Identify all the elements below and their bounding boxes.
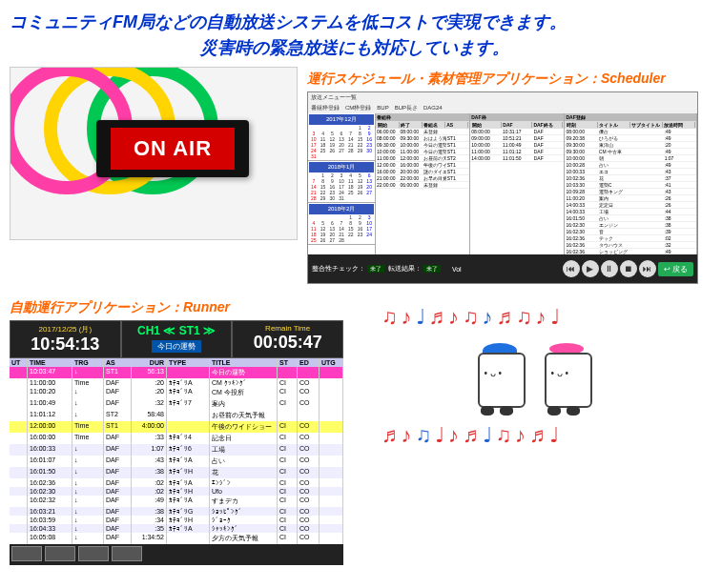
skip-forward-button[interactable]: ⏭ bbox=[639, 260, 656, 277]
scheduler-menubar[interactable]: 放送メニュー一覧 bbox=[308, 92, 697, 103]
headline-line1: コミュニティFM局などの自動放送システムを低コストで実現できます。 bbox=[10, 10, 712, 35]
runner-footer bbox=[10, 544, 343, 565]
table-row[interactable]: 10:00:28占い:49 bbox=[565, 162, 696, 169]
table-row[interactable]: 16:01:50占い:38 bbox=[565, 215, 696, 222]
mascot-illustration: ♫♪♩♬♪♫♪♬♫♪♩ • ᴗ • • ᴗ • ♬♪♫♩♪♬♩♫♪♬♩ bbox=[353, 299, 712, 565]
daf-frame-table[interactable]: DAF枠開始DAFDAF終る08:00:0010:31:17DAF09:00:0… bbox=[470, 113, 565, 254]
menu-item[interactable]: DAG24 bbox=[423, 105, 443, 111]
table-row[interactable]: 11:00:00TimeDAF:20ｶﾃｺﾞﾘACM ｸｯｷﾝｸﾞCICO bbox=[10, 378, 343, 387]
table-row[interactable]: 16:02:36テック:02 bbox=[565, 235, 696, 242]
table-row[interactable]: 06:00:0008:00:00未登録 bbox=[376, 129, 469, 135]
table-row[interactable]: 16:01:07↓DAF:43ｶﾃｺﾞﾘA占いCICO bbox=[10, 456, 343, 467]
runner-remain-cell: Remain Time 00:05:47 bbox=[232, 320, 343, 358]
table-row[interactable]: 10:00:0011:00:00今日の運勢ST1 bbox=[376, 149, 469, 155]
table-row[interactable]: 11:00:20案内:26 bbox=[565, 195, 696, 202]
table-row[interactable]: 11:01:12↓ST258:48お昼前の天気予報 bbox=[10, 410, 343, 421]
table-row[interactable]: 16:04:33↓DAF:35ｶﾃｺﾞﾘAｼｬｯｷﾝｸﾞCICO bbox=[10, 524, 343, 533]
scheduler-footer: 整合性チェック： 未了 転送結果： 未了 Vol ⏮ ▶ ⏸ ⏹ ⏭ ↩ 戻る bbox=[308, 254, 697, 283]
back-icon: ↩ bbox=[664, 265, 672, 274]
table-row[interactable]: 11:00:0012:00:00お昼前の天気予報ST2 bbox=[376, 155, 469, 162]
onair-sign: ON AIR bbox=[96, 120, 249, 177]
runner-clock: 10:54:13 bbox=[16, 335, 114, 355]
table-row[interactable]: 09:30:00東洋山:20 bbox=[565, 142, 696, 149]
program-frame-table[interactable]: 番組枠開始終了番組名AS06:00:0008:00:00未登録08:00:000… bbox=[376, 113, 470, 254]
onair-panel: ON AIR bbox=[111, 128, 235, 170]
runner-section-label: 自動運行アプリケーション：Runner bbox=[10, 299, 343, 316]
table-row[interactable]: 08:00:0010:31:17DAF bbox=[470, 129, 564, 135]
scheduler-section-label: 運行スケジュール・素材管理アプリケーション：Scheduler bbox=[307, 71, 698, 88]
calendar[interactable]: 2018年1月123456789101112131415161718192021… bbox=[308, 161, 375, 203]
play-button[interactable]: ▶ bbox=[582, 260, 599, 277]
stop-button[interactable]: ⏹ bbox=[620, 260, 637, 277]
table-row[interactable]: 14:00:0011:01:50DAF bbox=[470, 155, 564, 162]
pause-button[interactable]: ⏸ bbox=[601, 260, 618, 277]
table-row[interactable]: 09:30:0010:00:00今日の運勢ST1 bbox=[376, 142, 469, 149]
skip-back-button[interactable]: ⏮ bbox=[563, 260, 580, 277]
headline: コミュニティFM局などの自動放送システムを低コストで実現できます。 災害時の緊急… bbox=[10, 10, 712, 61]
consistency-check: 整合性チェック： 未了 bbox=[312, 264, 384, 274]
table-row[interactable]: 10:09:28運勢キング:43 bbox=[565, 189, 696, 195]
table-row[interactable]: 10:00:33エコ:43 bbox=[565, 169, 696, 175]
table-row[interactable]: 14:00:33定定日:26 bbox=[565, 202, 696, 209]
table-row[interactable]: 16:02:30エンジン:38 bbox=[565, 222, 696, 229]
calendar[interactable]: 2018年2月123456789101112131415161718192021… bbox=[308, 203, 375, 245]
transfer-result: 転送結果： 未了 bbox=[388, 264, 441, 274]
calendar-column: 2017年12月12345678910111213141516171819202… bbox=[308, 113, 376, 254]
table-row[interactable]: 21:00:0022:00:00お早め目覚ST1 bbox=[376, 175, 469, 182]
table-row[interactable]: 16:02:32↓DAF:49ｶﾃｺﾞﾘAすまデカCICO bbox=[10, 496, 343, 507]
table-row[interactable]: 10:03:30運勢C:41 bbox=[565, 182, 696, 189]
table-row[interactable]: 16:00:00TimeDAF:33ｶﾃｺﾞﾘ4記念日CICO bbox=[10, 433, 343, 444]
table-row[interactable]: 16:02:30↓DAF:02ｶﾃｺﾞﾘHUfoCICO bbox=[10, 487, 343, 496]
mascot-girl: • ᴗ • bbox=[538, 339, 595, 416]
runner-schedule-table[interactable]: UTTIMETRGASDURTYPETITLESTEDUTG 10:03:47↓… bbox=[10, 358, 343, 544]
remain-time: 00:05:47 bbox=[238, 333, 337, 353]
calendar[interactable]: 2017年12月12345678910111213141516171819202… bbox=[308, 113, 375, 161]
table-row[interactable]: 10:02:36花:37 bbox=[565, 175, 696, 182]
table-row[interactable]: 10:00:0011:00:49DAF bbox=[470, 142, 564, 149]
menu-item[interactable]: 番組枠登録 bbox=[311, 105, 340, 111]
menu-item[interactable]: BUP長さ bbox=[395, 105, 418, 111]
runner-foot-button[interactable] bbox=[45, 546, 75, 561]
menu-item[interactable]: BUP bbox=[377, 105, 388, 111]
headline-line2: 災害時の緊急放送にも対応しています。 bbox=[10, 35, 712, 61]
window-title: 放送メニュー一覧 bbox=[311, 94, 357, 100]
table-row[interactable]: 14:00:33工場:44 bbox=[565, 209, 696, 215]
runner-foot-button[interactable] bbox=[112, 546, 142, 561]
table-row[interactable]: 16:02:36↓DAF:02ｶﾃｺﾞﾘAｴﾝｼﾞﾝCICO bbox=[10, 478, 343, 487]
runner-date: 2017/12/25 (月) bbox=[16, 324, 114, 335]
scheduler-menu-items[interactable]: 番組枠登録CM枠登録BUPBUP長さDAG24 bbox=[308, 103, 697, 113]
menu-item[interactable]: CM枠登録 bbox=[345, 105, 371, 111]
table-row[interactable]: 09:20:38ひろがる:49 bbox=[565, 135, 696, 142]
runner-foot-button[interactable] bbox=[11, 546, 42, 561]
table-row[interactable]: 22:00:0006:00:00未登録 bbox=[376, 182, 469, 189]
table-row[interactable]: 16:03:21↓DAF:38ｶﾃｺﾞﾘGｼｮｯﾋﾟﾝｸﾞCICO bbox=[10, 507, 343, 516]
table-row[interactable]: 11:00:0011:01:12DAF bbox=[470, 149, 564, 155]
table-row[interactable]: 12:00:0016:00:00午後のワイドショーST1 bbox=[376, 162, 469, 169]
table-row[interactable]: 11:00:20↓DAF:20ｶﾃｺﾞﾘACM 今投所CICO bbox=[10, 387, 343, 398]
table-row[interactable]: 09:30:00CM 中古車:49 bbox=[565, 149, 696, 155]
scheduler-window: 放送メニュー一覧 番組枠登録CM枠登録BUPBUP長さDAG24 2017年12… bbox=[307, 91, 698, 284]
runner-channel-cell: CH1 ≪ ST1 ≫ 今日の運勢 bbox=[121, 320, 233, 358]
fortune-button[interactable]: 今日の運勢 bbox=[152, 340, 201, 353]
runner-foot-button[interactable] bbox=[78, 546, 109, 561]
table-row[interactable]: 16:00:33↓DAF1:07ｶﾃｺﾞﾘ6工場CICO bbox=[10, 444, 343, 456]
remain-label: Remain Time bbox=[238, 324, 337, 333]
table-row[interactable]: 08:00:0009:30:00おはよう海道ST1 bbox=[376, 135, 469, 142]
table-row[interactable]: 08:00:00優占:49 bbox=[565, 129, 696, 135]
table-row[interactable]: 12:00:00TimeST14:00:00午後のワイドショーCICO bbox=[10, 421, 343, 433]
volume-label: Vol bbox=[452, 266, 462, 273]
table-row[interactable]: 10:03:47↓ST156:13今日の運勢 bbox=[10, 367, 343, 378]
table-row[interactable]: 10:00:00朝1:07 bbox=[565, 155, 696, 162]
table-row[interactable]: 16:05:08↓DAF1:34:52夕方の天気予報CICO bbox=[10, 533, 343, 544]
table-row[interactable]: 16:00:0020:00:00謎のダイエットST1 bbox=[376, 169, 469, 175]
table-row[interactable]: 16:03:59↓DAF:34ｶﾃｺﾞﾘHｼﾞｮｰｸCICO bbox=[10, 516, 343, 524]
table-row[interactable]: 16:02:30音:39 bbox=[565, 229, 696, 235]
table-row[interactable]: 11:00:49↓DAF:32ｶﾃｺﾞﾘ7案内CICO bbox=[10, 398, 343, 410]
back-button[interactable]: ↩ 戻る bbox=[658, 262, 693, 276]
table-row[interactable]: 09:00:0010:51:21DAF bbox=[470, 135, 564, 142]
table-row[interactable]: 16:02:36タウハウス:32 bbox=[565, 242, 696, 249]
daf-register-table[interactable]: DAF登録時刻タイトルサブタイトル放送時間08:00:00優占:4909:20:… bbox=[565, 113, 697, 254]
mascot-boy: • ᴗ • bbox=[471, 339, 528, 416]
onair-photo: ON AIR bbox=[10, 67, 298, 240]
table-row[interactable]: 16:01:50↓DAF:38ｶﾃｺﾞﾘH花CICO bbox=[10, 467, 343, 478]
